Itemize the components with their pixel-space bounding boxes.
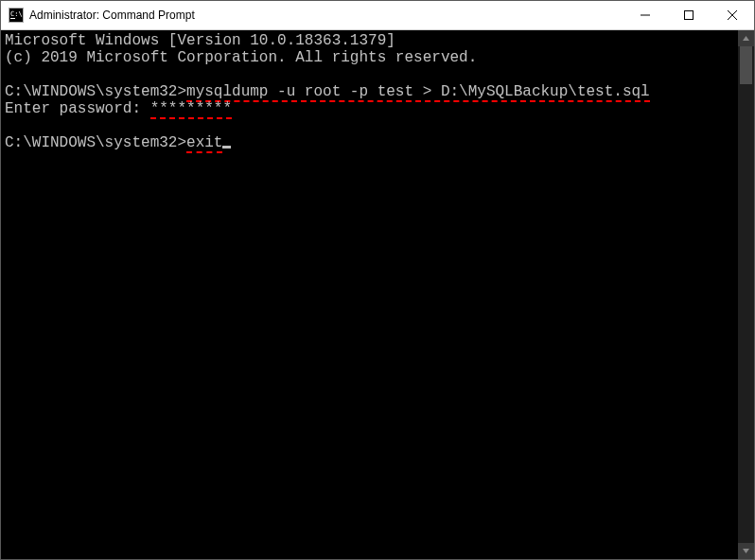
svg-rect-3 xyxy=(10,18,15,19)
window-title: Administrator: Command Prompt xyxy=(29,9,195,22)
svg-marker-9 xyxy=(743,549,749,553)
vertical-scrollbar[interactable] xyxy=(738,30,754,559)
prompt-2-path: C:\WINDOWS\system32> xyxy=(5,134,186,151)
scrollbar-thumb[interactable] xyxy=(740,46,752,84)
text-cursor xyxy=(222,146,231,149)
command-2: exit xyxy=(186,134,222,153)
banner-line-2: (c) 2019 Microsoft Corporation. All righ… xyxy=(5,49,477,66)
banner-line-1: Microsoft Windows [Version 10.0.18363.13… xyxy=(5,32,395,49)
maximize-button[interactable] xyxy=(667,1,711,29)
scroll-down-button[interactable] xyxy=(738,543,754,559)
scrollbar-track[interactable] xyxy=(738,46,754,543)
svg-marker-8 xyxy=(743,36,749,41)
client-area: Microsoft Windows [Version 10.0.18363.13… xyxy=(1,30,754,559)
svg-rect-4 xyxy=(641,15,650,16)
close-icon xyxy=(728,10,737,20)
chevron-down-icon xyxy=(742,547,750,555)
command-1: mysqldump -u root -p test > D:\MySQLBack… xyxy=(186,83,650,102)
enter-password-label: Enter password: xyxy=(5,100,150,117)
scroll-up-button[interactable] xyxy=(738,30,754,46)
cmd-icon: C:\ xyxy=(9,8,24,23)
minimize-button[interactable] xyxy=(623,1,667,29)
titlebar[interactable]: C:\ Administrator: Command Prompt xyxy=(1,1,754,30)
password-mask: ********* xyxy=(150,100,232,119)
terminal-output[interactable]: Microsoft Windows [Version 10.0.18363.13… xyxy=(1,30,738,559)
close-button[interactable] xyxy=(711,1,754,29)
app-window: C:\ Administrator: Command Prompt Micros… xyxy=(0,0,755,560)
prompt-1-path: C:\WINDOWS\system32> xyxy=(5,83,186,100)
minimize-icon xyxy=(641,10,650,20)
chevron-up-icon xyxy=(742,34,750,43)
maximize-icon xyxy=(684,10,694,20)
svg-rect-5 xyxy=(685,11,694,20)
svg-text:C:\: C:\ xyxy=(10,10,23,18)
